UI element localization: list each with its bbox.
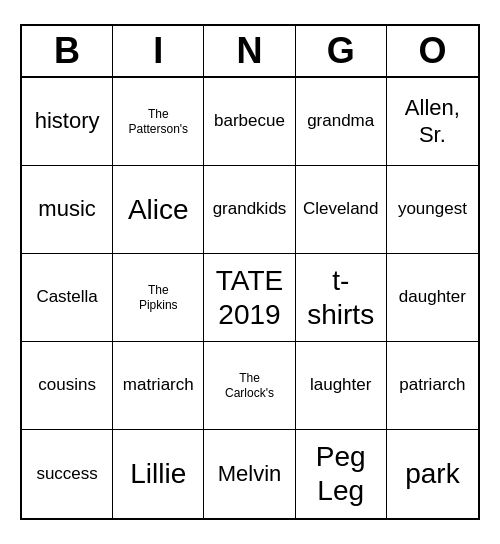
- bingo-header: BINGO: [22, 26, 478, 78]
- bingo-cell-text: park: [405, 457, 459, 491]
- bingo-cell-text: Melvin: [218, 461, 282, 487]
- bingo-cell-text: PegLeg: [316, 440, 366, 507]
- bingo-grid: historyThePatterson'sbarbecuegrandmaAlle…: [22, 78, 478, 518]
- bingo-cell: Cleveland: [296, 166, 387, 254]
- bingo-header-letter: I: [113, 26, 204, 76]
- bingo-cell-text: success: [36, 464, 97, 484]
- bingo-cell: cousins: [22, 342, 113, 430]
- bingo-cell: t-shirts: [296, 254, 387, 342]
- bingo-cell-text: Alice: [128, 193, 189, 227]
- bingo-cell-text: Allen,Sr.: [405, 95, 460, 148]
- bingo-cell: grandkids: [204, 166, 295, 254]
- bingo-cell: music: [22, 166, 113, 254]
- bingo-cell-text: daughter: [399, 287, 466, 307]
- bingo-cell: Castella: [22, 254, 113, 342]
- bingo-cell: success: [22, 430, 113, 518]
- bingo-cell: Allen,Sr.: [387, 78, 478, 166]
- bingo-cell-text: Cleveland: [303, 199, 379, 219]
- bingo-cell-text: Lillie: [130, 457, 186, 491]
- bingo-cell: youngest: [387, 166, 478, 254]
- bingo-cell-text: patriarch: [399, 375, 465, 395]
- bingo-cell: Melvin: [204, 430, 295, 518]
- bingo-cell: barbecue: [204, 78, 295, 166]
- bingo-cell-text: Castella: [36, 287, 97, 307]
- bingo-cell: TATE2019: [204, 254, 295, 342]
- bingo-header-letter: G: [296, 26, 387, 76]
- bingo-cell-text: ThePipkins: [139, 283, 178, 312]
- bingo-cell: history: [22, 78, 113, 166]
- bingo-cell: grandma: [296, 78, 387, 166]
- bingo-cell: PegLeg: [296, 430, 387, 518]
- bingo-cell-text: matriarch: [123, 375, 194, 395]
- bingo-cell-text: history: [35, 108, 100, 134]
- bingo-cell: matriarch: [113, 342, 204, 430]
- bingo-cell: TheCarlock's: [204, 342, 295, 430]
- bingo-header-letter: B: [22, 26, 113, 76]
- bingo-cell: ThePipkins: [113, 254, 204, 342]
- bingo-cell: Alice: [113, 166, 204, 254]
- bingo-cell-text: TheCarlock's: [225, 371, 274, 400]
- bingo-cell: daughter: [387, 254, 478, 342]
- bingo-card: BINGO historyThePatterson'sbarbecuegrand…: [20, 24, 480, 520]
- bingo-cell-text: music: [38, 196, 95, 222]
- bingo-cell: laughter: [296, 342, 387, 430]
- bingo-cell-text: TATE2019: [216, 264, 283, 331]
- bingo-header-letter: N: [204, 26, 295, 76]
- bingo-cell-text: barbecue: [214, 111, 285, 131]
- bingo-cell-text: laughter: [310, 375, 371, 395]
- bingo-cell: patriarch: [387, 342, 478, 430]
- bingo-cell-text: ThePatterson's: [128, 107, 188, 136]
- bingo-cell-text: grandma: [307, 111, 374, 131]
- bingo-cell-text: youngest: [398, 199, 467, 219]
- bingo-cell: ThePatterson's: [113, 78, 204, 166]
- bingo-header-letter: O: [387, 26, 478, 76]
- bingo-cell: park: [387, 430, 478, 518]
- bingo-cell-text: t-shirts: [307, 264, 374, 331]
- bingo-cell-text: grandkids: [213, 199, 287, 219]
- bingo-cell: Lillie: [113, 430, 204, 518]
- bingo-cell-text: cousins: [38, 375, 96, 395]
